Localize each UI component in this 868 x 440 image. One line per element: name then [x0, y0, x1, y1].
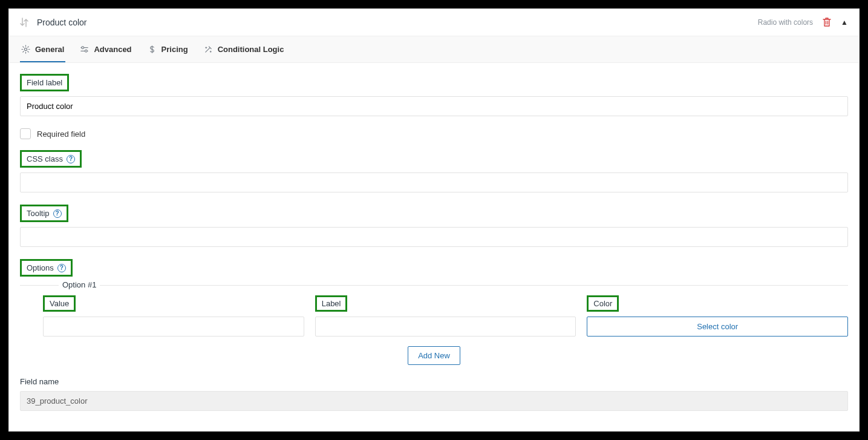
tab-label: Pricing: [162, 45, 188, 54]
help-icon[interactable]: ?: [67, 155, 75, 163]
tooltip-label: Tooltip ?: [20, 205, 68, 222]
tooltip-input[interactable]: [20, 227, 848, 247]
option-value-label: Value: [43, 295, 76, 312]
option-label-input[interactable]: [315, 317, 576, 337]
field-label-input[interactable]: [20, 96, 848, 116]
option-label-col: Label: [315, 295, 576, 337]
tab-general[interactable]: General: [20, 36, 65, 62]
css-class-label: CSS class ?: [20, 150, 82, 168]
option-1-fieldset: Option #1 Value Label: [20, 285, 848, 337]
dollar-icon: [148, 45, 157, 54]
field-label-label: Field label: [20, 74, 69, 91]
panel-header-right: Radio with colors ▲: [758, 18, 848, 27]
add-new-button[interactable]: Add New: [408, 346, 460, 365]
css-class-group: CSS class ?: [20, 150, 848, 192]
tab-label: Advanced: [94, 45, 131, 54]
css-class-input[interactable]: [20, 172, 848, 192]
field-name-label: Field name: [20, 377, 848, 386]
field-config-panel: Product color Radio with colors ▲ Genera…: [8, 8, 860, 432]
field-name-input: [20, 391, 848, 411]
tab-advanced[interactable]: Advanced: [79, 36, 132, 62]
tooltip-group: Tooltip ?: [20, 205, 848, 247]
trash-icon[interactable]: [823, 18, 831, 27]
tab-label: General: [35, 45, 64, 54]
panel-title: Product color: [37, 18, 86, 27]
help-icon[interactable]: ?: [57, 264, 66, 272]
tab-conditional-logic[interactable]: Conditional Logic: [203, 36, 286, 62]
options-group: Options ? Option #1 Value: [20, 259, 848, 365]
option-color-label: Color: [587, 295, 619, 312]
field-label-group: Field label: [20, 74, 848, 116]
tabs-bar: General Advanced Pricing Conditional Log…: [9, 36, 859, 63]
panel-header: Product color Radio with colors ▲: [9, 9, 859, 36]
magic-wand-icon: [204, 45, 213, 54]
tab-content-general: Field label Required field CSS class ? T…: [9, 63, 859, 422]
tab-pricing[interactable]: Pricing: [146, 36, 189, 62]
option-label-label: Label: [315, 295, 348, 312]
drag-handle-icon[interactable]: [20, 18, 28, 27]
collapse-icon[interactable]: ▲: [841, 18, 848, 27]
required-field-row: Required field: [20, 128, 848, 139]
option-row: Value Label Color: [20, 295, 848, 337]
option-value-col: Value: [43, 295, 304, 337]
panel-header-left: Product color: [20, 18, 86, 27]
svg-point-0: [24, 48, 27, 50]
add-new-row: Add New: [20, 346, 848, 365]
gear-icon: [21, 45, 30, 54]
option-legend: Option #1: [59, 280, 100, 289]
required-label: Required field: [37, 130, 85, 139]
option-color-col: Color Select color: [587, 295, 848, 337]
sliders-icon: [80, 45, 89, 54]
select-color-button[interactable]: Select color: [587, 317, 848, 337]
required-checkbox[interactable]: [20, 128, 31, 139]
field-type-label: Radio with colors: [758, 18, 813, 27]
option-value-input[interactable]: [43, 317, 304, 337]
tab-label: Conditional Logic: [218, 45, 284, 54]
options-label: Options ?: [20, 259, 73, 277]
field-name-group: Field name: [20, 377, 848, 411]
help-icon[interactable]: ?: [53, 209, 62, 218]
